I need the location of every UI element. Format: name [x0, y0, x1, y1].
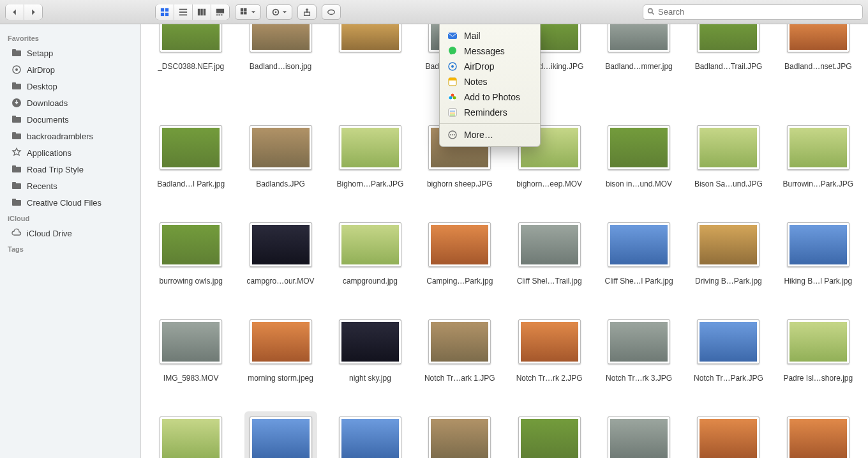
sidebar-item-icloud-drive[interactable]: iCloud Drive	[0, 225, 140, 241]
file-item[interactable]: Bison Sa…und.JPG	[684, 121, 773, 216]
gallery-view-button[interactable]	[211, 4, 229, 20]
arrange-button[interactable]	[235, 4, 261, 20]
sidebar-item-label: backroadramblers	[27, 132, 93, 141]
file-item[interactable]: morning storm.jpeg	[236, 316, 325, 410]
list-view-button[interactable]	[174, 4, 193, 20]
file-item[interactable]: Badland…mmer.jpg	[594, 24, 684, 119]
file-item[interactable]: Cliff Shel…Trail.jpg	[505, 218, 594, 313]
file-thumbnail	[428, 416, 491, 458]
file-item[interactable]: Camping…Park.jpg	[415, 218, 504, 313]
file-item[interactable]: sage cre…nd 1.JPG	[236, 413, 325, 458]
sidebar-item-label: Applications	[27, 148, 71, 158]
share-menu-item-more[interactable]: More…	[440, 127, 540, 142]
file-item[interactable]: Badland…l Park.jpg	[146, 121, 236, 216]
share-button[interactable]	[297, 4, 317, 20]
sidebar-item-label: Road Trip Style	[27, 165, 84, 174]
file-item[interactable]: Notch Tr…Park.JPG	[684, 316, 773, 410]
file-item[interactable]: Badlands.JPG	[236, 121, 325, 216]
file-item[interactable]	[326, 24, 415, 119]
sidebar-item-documents[interactable]: Documents	[0, 111, 140, 128]
file-item[interactable]: campground.jpg	[326, 218, 415, 313]
more-icon	[447, 130, 458, 140]
svg-rect-28	[12, 84, 21, 89]
svg-point-42	[449, 47, 456, 54]
file-item[interactable]: Sage Cr…ark 1.JPG	[326, 413, 415, 458]
file-name: Camping…Park.jpg	[424, 276, 495, 286]
icon-view-button[interactable]	[156, 4, 174, 20]
file-item[interactable]: Sunset B…ark.JPG	[684, 413, 773, 458]
file-item[interactable]: sage cre…iew.MOV	[415, 413, 504, 458]
folder-icon	[11, 164, 22, 174]
sidebar-item-applications[interactable]: Applications	[0, 144, 140, 161]
file-thumbnail	[250, 24, 312, 52]
share-menu-item-notes[interactable]: Notes	[440, 74, 540, 89]
sidebar-item-creative-cloud-files[interactable]: Creative Cloud Files	[0, 194, 140, 211]
back-button[interactable]	[6, 4, 24, 20]
svg-rect-36	[12, 165, 16, 167]
share-menu-item-reminders[interactable]: Reminders	[440, 105, 540, 120]
file-item[interactable]: Driving B…Park.jpg	[684, 218, 773, 313]
file-item[interactable]: _DSC0388.NEF.jpg	[146, 24, 236, 119]
file-item[interactable]: IMG_5983.MOV	[146, 316, 236, 410]
svg-rect-35	[12, 167, 21, 172]
file-item[interactable]: Sage Cr…ound.JPG	[505, 413, 594, 458]
file-item[interactable]: Bighorn…Park.JPG	[326, 121, 415, 216]
reminders-icon	[447, 107, 458, 118]
airdrop-icon	[447, 61, 458, 72]
menu-separator	[440, 123, 540, 124]
folder-icon	[11, 181, 22, 191]
file-thumbnail	[608, 319, 670, 364]
file-item[interactable]: burrowing owls.jpg	[146, 218, 236, 313]
sidebar-item-recents[interactable]: Recents	[0, 178, 140, 194]
sidebar-item-desktop[interactable]: Desktop	[0, 78, 140, 95]
file-item[interactable]: campgro…our.MOV	[236, 218, 325, 313]
folder-icon	[11, 131, 22, 141]
file-thumbnail	[339, 416, 401, 458]
file-item[interactable]: Hiking B…l Park.jpg	[774, 218, 863, 313]
file-thumbnail	[339, 222, 401, 267]
sidebar-item-backroadramblers[interactable]: backroadramblers	[0, 128, 140, 144]
svg-rect-13	[221, 14, 223, 15]
sidebar-item-airdrop[interactable]: AirDrop	[0, 61, 140, 78]
file-item[interactable]: Padre Isl…shore.jpg	[774, 316, 863, 410]
file-item[interactable]: Badland…Trail.JPG	[684, 24, 773, 119]
sidebar-item-downloads[interactable]: Downloads	[0, 95, 140, 111]
svg-rect-16	[241, 11, 243, 14]
file-item[interactable]: night sky.jpg	[326, 316, 415, 410]
file-item[interactable]: Notch Tr…rk 3.JPG	[594, 316, 684, 410]
file-item[interactable]: Badland…nset.JPG	[774, 24, 863, 119]
share-menu-item-airdrop[interactable]: AirDrop	[440, 59, 540, 74]
file-item[interactable]: sunset b…nds.jpeg	[774, 413, 863, 458]
file-item[interactable]: Cliff She…l Park.jpg	[594, 218, 684, 313]
svg-point-27	[15, 68, 18, 71]
file-name: campground.jpg	[340, 276, 400, 286]
file-item[interactable]: sun prot…Park.JPG	[594, 413, 684, 458]
share-menu-item-messages[interactable]: Messages	[440, 43, 540, 59]
column-view-button[interactable]	[193, 4, 211, 20]
search-input[interactable]	[658, 7, 858, 17]
cloud-icon	[11, 228, 22, 238]
share-menu-label: More…	[464, 130, 493, 140]
file-item[interactable]: Notch Tr…rk 2.JPG	[505, 316, 594, 410]
sidebar-item-setapp[interactable]: Setapp	[0, 45, 140, 61]
file-thumbnail	[160, 24, 222, 52]
file-item[interactable]: Badland…ison.jpg	[236, 24, 325, 119]
share-menu-item-mail[interactable]: Mail	[440, 28, 540, 43]
sidebar-section-header: Tags	[0, 241, 140, 256]
file-thumbnail	[250, 416, 312, 458]
file-item[interactable]: bison in…und.MOV	[594, 121, 684, 216]
folder-icon	[11, 197, 22, 208]
svg-rect-3	[165, 12, 168, 15]
sidebar-item-road-trip-style[interactable]: Road Trip Style	[0, 161, 140, 178]
tags-button[interactable]	[322, 4, 341, 20]
svg-rect-11	[216, 14, 218, 15]
mail-icon	[447, 31, 458, 41]
file-thumbnail	[250, 222, 312, 267]
file-item[interactable]: prairie dogs.JPG	[146, 413, 236, 458]
forward-button[interactable]	[24, 4, 42, 20]
file-item[interactable]: Notch Tr…ark 1.JPG	[415, 316, 504, 410]
action-button[interactable]	[266, 4, 292, 20]
share-menu-item-photos[interactable]: Add to Photos	[440, 89, 540, 105]
search-field[interactable]	[643, 4, 863, 20]
file-item[interactable]: Burrowin…Park.JPG	[774, 121, 863, 216]
